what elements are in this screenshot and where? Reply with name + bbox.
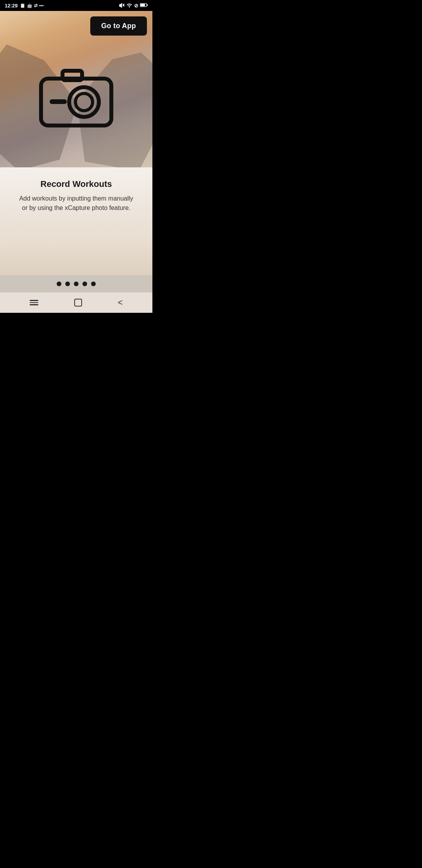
camera-icon <box>33 59 119 129</box>
recent-apps-button[interactable] <box>27 297 41 308</box>
status-left: 12:29 📋 🤖 ⇄ ••• <box>5 3 44 9</box>
go-to-app-button[interactable]: Go to App <box>90 16 147 36</box>
nav-bar: < <box>0 292 152 313</box>
exchange-icon: ⇄ <box>34 3 38 8</box>
svg-rect-4 <box>140 4 145 6</box>
block-icon: ⊘ <box>134 3 138 9</box>
page-dot-2 <box>65 282 70 286</box>
screen: 12:29 📋 🤖 ⇄ ••• ⊘ <box>0 0 152 313</box>
svg-rect-3 <box>147 4 148 5</box>
svg-point-7 <box>69 87 99 117</box>
svg-rect-9 <box>50 99 67 104</box>
camera-icon-container <box>33 59 119 131</box>
time-display: 12:29 <box>5 3 18 9</box>
battery-icon <box>140 3 148 9</box>
content-area: Record Workouts Add workouts by inputtin… <box>0 167 152 275</box>
page-dot-3 <box>74 282 79 286</box>
mute-icon <box>118 2 125 9</box>
back-icon: < <box>118 298 123 308</box>
section-title: Record Workouts <box>41 179 112 189</box>
page-dot-1 <box>57 282 61 286</box>
page-indicators <box>0 275 152 292</box>
recent-apps-icon <box>30 300 38 305</box>
more-icon: ••• <box>39 3 44 8</box>
home-button[interactable] <box>71 296 85 310</box>
svg-rect-6 <box>63 71 82 80</box>
back-button[interactable]: < <box>114 294 126 311</box>
page-dot-5 <box>91 282 96 286</box>
status-bar: 12:29 📋 🤖 ⇄ ••• ⊘ <box>0 0 152 11</box>
robot-icon: 🤖 <box>27 3 32 8</box>
status-right: ⊘ <box>118 2 148 9</box>
section-description: Add workouts by inputting them manually … <box>16 194 137 213</box>
page-dot-4 <box>82 282 87 286</box>
wifi-icon <box>126 2 132 9</box>
svg-point-8 <box>75 93 93 111</box>
clipboard-icon: 📋 <box>20 3 25 8</box>
status-icons: 📋 🤖 ⇄ ••• <box>20 3 44 8</box>
home-icon <box>74 299 82 307</box>
hero-area: Go to App <box>0 11 152 167</box>
